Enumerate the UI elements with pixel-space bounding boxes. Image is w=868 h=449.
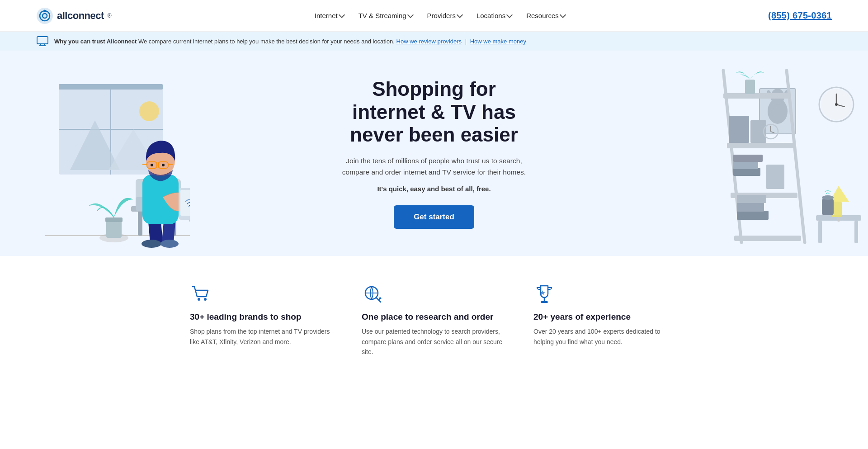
globe-cursor-icon	[362, 283, 383, 305]
svg-rect-61	[733, 161, 758, 169]
svg-point-27	[160, 240, 179, 248]
svg-rect-69	[854, 221, 858, 243]
svg-rect-64	[737, 211, 769, 220]
logo-text: allconnect	[57, 10, 104, 22]
feature-brands-desc: Shop plans from the top internet and TV …	[190, 326, 335, 347]
svg-rect-54	[745, 80, 755, 94]
svg-rect-71	[837, 217, 840, 222]
cart-icon	[190, 283, 212, 305]
chevron-down-icon	[506, 12, 513, 18]
svg-rect-62	[733, 155, 763, 162]
svg-rect-72	[822, 199, 834, 215]
chevron-down-icon	[457, 12, 463, 18]
chevron-down-icon	[407, 12, 414, 18]
hero-section: Shopping for internet & TV has never bee…	[0, 51, 868, 256]
trust-text: Why you can trust Allconnect We compare …	[54, 38, 526, 45]
trust-bar: Why you can trust Allconnect We compare …	[0, 32, 868, 51]
svg-point-75	[204, 298, 207, 301]
nav-internet[interactable]: Internet	[308, 8, 350, 23]
hero-tagline: It's quick, easy and best of all, free.	[335, 185, 533, 193]
feature-brands: 30+ leading brands to shop Shop plans fr…	[190, 283, 335, 357]
logo-registered: ®	[108, 13, 112, 19]
hero-subtitle: Join the tens of millions of people who …	[335, 156, 533, 178]
svg-rect-55	[729, 116, 749, 143]
svg-rect-18	[105, 217, 123, 222]
phone-number[interactable]: (855) 675-0361	[768, 10, 832, 21]
svg-point-3	[44, 9, 46, 12]
hero-content: Shopping for internet & TV has never bee…	[326, 60, 542, 247]
main-nav: Internet TV & Streaming Providers Locati…	[308, 8, 571, 23]
svg-point-39	[162, 164, 165, 166]
trophy-icon	[533, 283, 555, 305]
feature-research: One place to research and order Use our …	[362, 283, 506, 357]
nav-tv-streaming[interactable]: TV & Streaming	[352, 8, 419, 23]
svg-point-14	[139, 101, 159, 121]
header: allconnect® Internet TV & Streaming Prov…	[0, 0, 868, 32]
feature-experience-title: 20+ years of experience	[533, 312, 631, 322]
feature-experience: 20+ years of experience Over 20 years an…	[533, 283, 678, 357]
svg-rect-51	[727, 143, 794, 148]
svg-rect-66	[737, 195, 766, 203]
get-started-button[interactable]: Get started	[394, 205, 474, 229]
svg-rect-65	[737, 203, 764, 212]
svg-rect-63	[766, 165, 784, 189]
feature-research-title: One place to research and order	[362, 312, 493, 322]
svg-rect-68	[818, 221, 822, 243]
svg-point-38	[151, 164, 153, 166]
hero-right-illustration	[696, 66, 868, 256]
svg-point-26	[142, 240, 161, 248]
hero-title: Shopping for internet & TV has never bee…	[335, 78, 533, 147]
nav-resources[interactable]: Resources	[520, 8, 571, 23]
svg-point-73	[822, 195, 834, 200]
feature-brands-title: 30+ leading brands to shop	[190, 312, 302, 322]
review-providers-link[interactable]: How we review providers	[396, 38, 462, 45]
features-section: 30+ leading brands to shop Shop plans fr…	[0, 256, 868, 379]
nav-providers[interactable]: Providers	[421, 8, 468, 23]
svg-rect-53	[734, 236, 801, 241]
chevron-down-icon	[339, 12, 345, 18]
chevron-down-icon	[560, 12, 566, 18]
logo[interactable]: allconnect®	[36, 7, 112, 24]
svg-rect-4	[37, 37, 48, 44]
svg-rect-17	[106, 220, 122, 238]
svg-point-44	[835, 103, 838, 106]
hero-left-illustration	[0, 66, 190, 256]
svg-rect-79	[541, 301, 548, 303]
allconnect-logo-icon	[36, 7, 53, 24]
make-money-link[interactable]: How we make money	[470, 38, 526, 45]
feature-research-desc: Use our patented technology to search pr…	[362, 326, 506, 357]
svg-point-74	[198, 298, 200, 301]
feature-experience-desc: Over 20 years and 100+ experts dedicated…	[533, 326, 678, 347]
separator: |	[465, 38, 467, 45]
svg-rect-50	[723, 93, 790, 99]
nav-locations[interactable]: Locations	[470, 8, 518, 23]
monitor-icon	[36, 36, 49, 46]
